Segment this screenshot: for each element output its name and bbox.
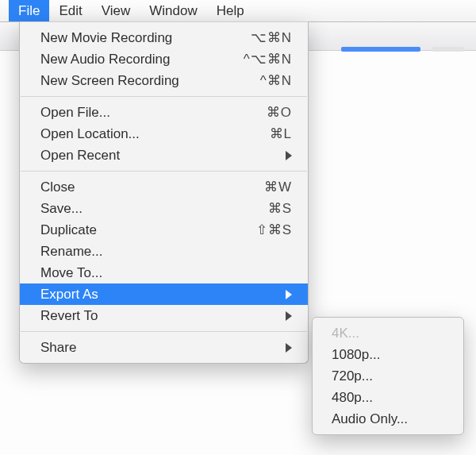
submenu-arrow-icon [286, 343, 292, 353]
menu-separator [21, 96, 307, 97]
submenu-item-label: 4K... [332, 326, 359, 341]
submenu-arrow-icon [286, 151, 292, 160]
submenu-item-480p[interactable]: 480p... [313, 387, 463, 408]
menubar-item-view[interactable]: View [92, 0, 140, 21]
menubar-item-label: Edit [59, 3, 82, 19]
menu-item-new-audio-recording[interactable]: New Audio Recording ^⌥⌘N [20, 48, 308, 70]
menu-item-rename[interactable]: Rename... [20, 241, 308, 262]
menu-item-shortcut: ⇧⌘S [236, 222, 292, 238]
menu-item-close[interactable]: Close ⌘W [20, 176, 308, 198]
submenu-item-4k: 4K... [313, 322, 463, 344]
menu-item-save[interactable]: Save... ⌘S [20, 198, 308, 219]
window-tab-indicator [341, 47, 420, 52]
menu-item-shortcut: ⌘O [236, 104, 292, 121]
menu-item-shortcut: ⌥⌘N [236, 29, 292, 46]
menu-separator [21, 171, 307, 172]
menu-item-label: Rename... [40, 244, 292, 260]
window-tab-indicator [432, 47, 464, 52]
menu-item-label: Open Recent [40, 148, 286, 164]
menu-item-label: Duplicate [40, 222, 236, 238]
menu-separator [21, 331, 307, 332]
menu-item-open-file[interactable]: Open File... ⌘O [20, 102, 308, 123]
menu-item-label: Share [40, 340, 286, 356]
menu-item-label: New Audio Recording [40, 52, 236, 67]
menu-item-label: Move To... [40, 265, 292, 281]
menu-item-shortcut: ^⌘N [236, 72, 292, 89]
menubar: File Edit View Window Help [0, 0, 476, 22]
menubar-item-edit[interactable]: Edit [49, 0, 91, 21]
menu-item-shortcut: ^⌥⌘N [236, 51, 292, 67]
menu-item-label: Export As [40, 287, 286, 303]
menubar-item-label: Help [217, 3, 244, 19]
submenu-item-720p[interactable]: 720p... [313, 365, 463, 387]
menubar-item-label: Window [149, 3, 197, 19]
menubar-item-window[interactable]: Window [140, 0, 206, 21]
submenu-item-label: 720p... [332, 368, 373, 384]
menubar-item-help[interactable]: Help [207, 0, 254, 21]
menu-item-label: Open Location... [40, 126, 236, 142]
menu-item-shortcut: ⌘S [236, 200, 292, 217]
submenu-item-label: Audio Only... [332, 411, 408, 427]
menubar-item-file[interactable]: File [9, 0, 49, 21]
menu-item-open-location[interactable]: Open Location... ⌘L [20, 123, 308, 145]
menu-item-label: New Movie Recording [40, 30, 236, 46]
menu-item-new-movie-recording[interactable]: New Movie Recording ⌥⌘N [20, 27, 308, 48]
submenu-arrow-icon [286, 311, 292, 321]
menu-item-label: Save... [40, 201, 236, 217]
file-menu-dropdown: New Movie Recording ⌥⌘N New Audio Record… [19, 21, 309, 364]
submenu-arrow-icon [286, 290, 292, 299]
menu-item-export-as[interactable]: Export As [20, 283, 308, 305]
submenu-item-1080p[interactable]: 1080p... [313, 344, 463, 365]
menu-item-label: Revert To [40, 308, 286, 324]
menubar-item-label: View [102, 3, 131, 19]
menu-item-share[interactable]: Share [20, 337, 308, 358]
menu-item-label: New Screen Recording [40, 73, 236, 89]
menu-item-shortcut: ⌘W [236, 179, 292, 195]
menu-item-move-to[interactable]: Move To... [20, 262, 308, 283]
menu-item-shortcut: ⌘L [236, 125, 292, 142]
menu-item-duplicate[interactable]: Duplicate ⇧⌘S [20, 219, 308, 241]
menu-item-open-recent[interactable]: Open Recent [20, 145, 308, 166]
submenu-item-label: 480p... [332, 390, 373, 406]
menu-item-revert-to[interactable]: Revert To [20, 305, 308, 326]
submenu-item-label: 1080p... [332, 347, 380, 363]
menu-item-label: Open File... [40, 105, 236, 121]
menubar-item-label: File [18, 3, 40, 19]
submenu-item-audio-only[interactable]: Audio Only... [313, 408, 463, 430]
menu-item-label: Close [40, 179, 236, 195]
export-as-submenu: 4K... 1080p... 720p... 480p... Audio Onl… [312, 317, 464, 435]
menu-item-new-screen-recording[interactable]: New Screen Recording ^⌘N [20, 70, 308, 91]
